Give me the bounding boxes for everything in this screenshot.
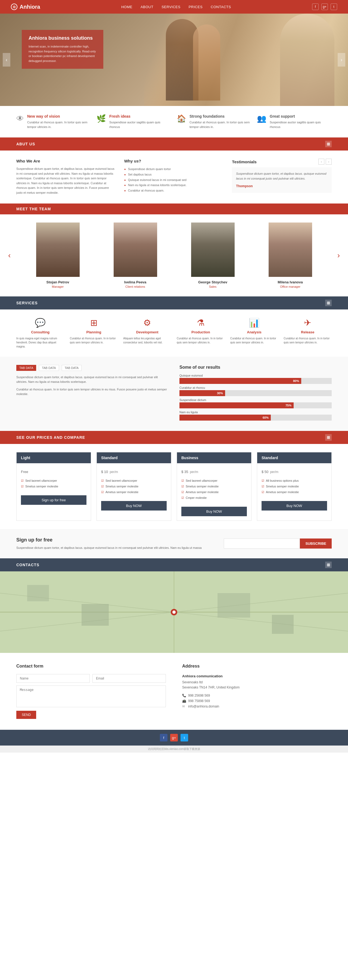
price-body-standard: $ 10 per/m Sed laoreet ullamcorper Smetu… (97, 463, 171, 515)
price-feature-std-1: Smetus semper molestie (101, 484, 167, 489)
price-card-business: Business $ 35 per/m Sed laoreet ullamcor… (177, 452, 252, 521)
contact-email-input[interactable] (93, 674, 166, 683)
why-item-1: Set dapibus lacus (124, 172, 224, 177)
address-col: Address Anhiora communication Sevenoaks … (182, 664, 332, 719)
nav-services[interactable]: SERVICES (161, 5, 180, 9)
feature-foundations: 🏠 Strong foundations Curabitur at rhoncu… (177, 114, 252, 129)
results-area: Some of our results Quisque euismod 80% … (179, 365, 332, 423)
testimonial-next-btn[interactable]: › (326, 159, 332, 165)
svg-rect-6 (81, 604, 109, 626)
about-section-header: ABUT US ⊞ (0, 137, 348, 151)
fax-icon: 📠 (182, 699, 186, 703)
feature-vision: 👁 New way of vision Curabitur at rhoncus… (16, 114, 91, 129)
price-feature-std-2: Ametus semper molestie (101, 489, 167, 495)
why-item-3: Nam eu ligula ut massa lobortis sceleris… (124, 183, 224, 188)
tab-button-0[interactable]: TAB DATA (16, 365, 36, 371)
team-card-1: Ivelina Peeva Client relations (99, 223, 171, 288)
price-features-business: Sed laoreet ullamcorper Smetus semper mo… (181, 478, 247, 501)
nav-home[interactable]: HOME (121, 5, 132, 9)
price-btn-standard[interactable]: Buy NOW (101, 501, 167, 511)
bar-item-3: Nam eu ligula 60% (179, 410, 332, 421)
planning-title: Planning (70, 330, 118, 334)
hero-description: Internet scan, in indeterminate controll… (29, 44, 96, 63)
price-btn-premium[interactable]: Buy NOW (262, 501, 327, 511)
address-street: Sevenoaks ltd Sevenoaks TN14 7HR, United… (182, 680, 332, 690)
footer-facebook-icon[interactable]: f (160, 734, 168, 741)
contact-form-title: Contact form (16, 664, 166, 669)
team-prev-button[interactable]: ‹ (8, 251, 11, 260)
development-icon: ⚙ (123, 318, 171, 328)
googleplus-icon[interactable]: g+ (321, 3, 328, 10)
map-placeholder (0, 571, 348, 653)
service-consulting: 💬 Consulting In quis magna eget magna ru… (16, 318, 64, 348)
price-feature-biz-1: Smetus semper molestie (181, 484, 247, 489)
analysis-desc: Curabitur at rhoncus quam. In in tortor … (230, 336, 278, 345)
tab-button-2[interactable]: TAB DATA (62, 365, 81, 371)
price-feature-prem-2: Ametus semper molestie (262, 489, 327, 495)
contacts-header-icon: ⊞ (325, 562, 332, 568)
price-btn-business[interactable]: Buy NOW (181, 507, 247, 516)
tab-button-1[interactable]: TAB DATA (39, 365, 59, 371)
price-btn-light[interactable]: Sign up for free (21, 495, 86, 505)
contact-form-name-row (16, 674, 166, 683)
prices-grid: Light Free Sed laoreet ullamcorper Smetu… (16, 452, 332, 521)
facebook-icon[interactable]: f (312, 3, 319, 10)
brand-name: Anhiora (19, 4, 40, 10)
team-header-title: MEET THE TEAM (16, 207, 51, 211)
svg-rect-8 (272, 615, 294, 634)
price-header-light: Light (17, 452, 91, 463)
contact-message-textarea[interactable] (16, 686, 166, 707)
service-development: ⚙ Development Aliquam tellus leo,egestas… (123, 318, 171, 348)
tab-content: Suspendisse dictum quam tortor, et dapib… (16, 375, 169, 397)
hero-prev-button[interactable]: ‹ (3, 53, 10, 67)
team-next-button[interactable]: › (337, 251, 340, 260)
team-photo-0 (36, 223, 80, 277)
nav-about[interactable]: ABOUT (140, 5, 153, 9)
contact-name-input[interactable] (16, 674, 90, 683)
team-role-0: Manager (22, 285, 94, 288)
consulting-icon: 💬 (16, 318, 64, 328)
tab-paragraph-2: Curabitur at rhoncus quam. In in tortor … (16, 387, 169, 397)
subscribe-text: Suspendisse dictum quam tortor, et dapib… (16, 546, 213, 550)
results-title: Some of our results (179, 365, 332, 370)
prices-header-icon: ⊞ (325, 434, 332, 441)
subscribe-input[interactable] (224, 538, 300, 549)
price-feature-biz-3: Cmper molestie (181, 495, 247, 501)
who-text: Suspendisse dictum quam tortor, et dapib… (16, 167, 116, 195)
contact-form: Contact form SEND (16, 664, 166, 719)
header-social: f g+ t (312, 3, 337, 10)
hero-next-button[interactable]: › (338, 53, 345, 67)
price-feature-prem-1: Smetus semper molestie (262, 484, 327, 489)
why-us-col: Why us? Suspendisse dictum quam tortor S… (124, 159, 224, 195)
contact-submit-button[interactable]: SEND (16, 711, 36, 719)
twitter-icon[interactable]: t (330, 3, 337, 10)
nav-contacts[interactable]: CONTACTS (211, 5, 231, 9)
foundations-desc: Curabitur at rhoncus quam. In tortor qui… (190, 120, 252, 129)
analysis-title: Analysis (230, 330, 278, 334)
who-we-are-col: Who We Are Suspendisse dictum quam torto… (16, 159, 116, 195)
subscribe-button[interactable]: SUBSCRIBE (300, 538, 332, 549)
tab-paragraph-1: Suspendisse dictum quam tortor, et dapib… (16, 375, 169, 385)
services-header-title: SERVICES (16, 301, 38, 305)
team-role-1: Client relations (99, 285, 171, 288)
team-name-0: Stojan Petrov (22, 280, 94, 284)
team-card-0: Stojan Petrov Manager (22, 223, 94, 288)
footer-googleplus-icon[interactable]: g+ (170, 734, 178, 741)
development-title: Development (123, 330, 171, 334)
testimonial-prev-btn[interactable]: ‹ (318, 159, 324, 165)
results-section: TAB DATA TAB DATA TAB DATA Suspendisse d… (0, 357, 348, 431)
about-header-icon: ⊞ (325, 141, 332, 147)
prices-section: Light Free Sed laoreet ullamcorper Smetu… (0, 444, 348, 529)
bar-track-1: 30% (179, 390, 332, 396)
address-fax: 📠 998 75898 569 (182, 699, 332, 703)
planning-icon: ⊞ (70, 318, 118, 328)
team-photo-3 (268, 223, 312, 277)
price-features-premium: All business options plus Smetus semper … (262, 478, 327, 495)
production-title: Production (177, 330, 225, 334)
team-photo-2 (191, 223, 235, 277)
price-body-light: Free Sed laoreet ullamcorper Smetus semp… (17, 463, 91, 509)
footer-twitter-icon[interactable]: t (180, 734, 188, 741)
testimonials-col: Testimonials ‹ › Suspendisse dictum quam… (232, 159, 332, 195)
bar-track-2: 75% (179, 402, 332, 408)
nav-prices[interactable]: PRICES (189, 5, 203, 9)
